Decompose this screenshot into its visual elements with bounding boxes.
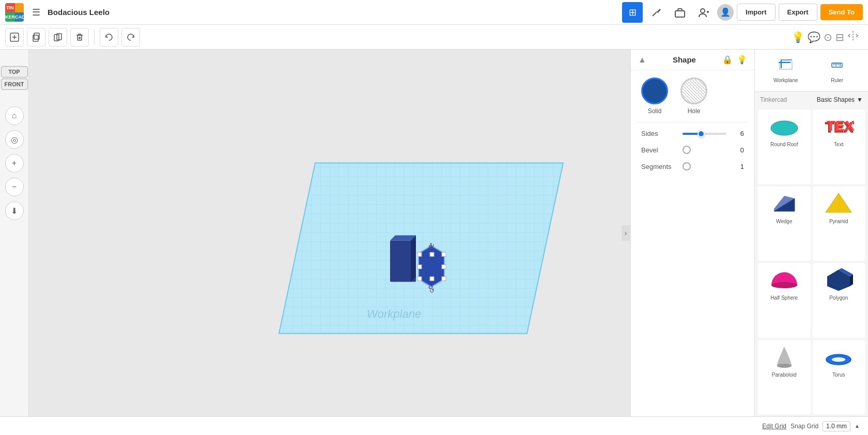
- shape-torus[interactable]: Torus: [813, 340, 865, 415]
- workplane-icon: [779, 58, 793, 75]
- svg-rect-21: [832, 63, 842, 67]
- svg-rect-12: [78, 35, 82, 40]
- handle-mr[interactable]: [442, 265, 446, 269]
- zoom-out-btn[interactable]: −: [5, 178, 24, 196]
- handle-tr[interactable]: [442, 252, 446, 256]
- segments-radio[interactable]: [683, 162, 691, 170]
- export-btn[interactable]: Export: [779, 4, 817, 21]
- user-avatar[interactable]: 👤: [717, 4, 734, 21]
- handle-tl[interactable]: [417, 252, 422, 256]
- frame-select-btn[interactable]: ◎: [5, 130, 24, 149]
- briefcase-icon: [674, 7, 686, 18]
- snap-arrow[interactable]: ▲: [855, 423, 860, 429]
- logo-ker: KER: [5, 12, 15, 22]
- sides-track[interactable]: [683, 133, 726, 135]
- svg-marker-38: [850, 274, 853, 286]
- solid-label: Solid: [648, 107, 662, 115]
- new-object-btn[interactable]: [5, 28, 24, 46]
- shape-panel: ▲ Shape 🔒 💡 Solid Hole: [630, 50, 754, 416]
- light-bulb-btn[interactable]: 💡: [792, 31, 804, 43]
- ruler-tool-btn[interactable]: Ruler: [812, 55, 863, 86]
- duplicate-icon: [53, 32, 63, 42]
- chat-btn[interactable]: 💬: [808, 31, 820, 43]
- segments-value: 1: [732, 163, 744, 170]
- shape-panel-title: Shape: [673, 55, 696, 64]
- round-roof-icon: [769, 114, 800, 139]
- workplane-tool-label: Workplane: [773, 77, 798, 83]
- projects-btn[interactable]: [670, 2, 690, 23]
- main-area: TOP FRONT ⌂ ◎ + − ⬇: [0, 50, 868, 416]
- round-roof-label: Round Roof: [770, 142, 798, 147]
- shape-lock-btn[interactable]: 🔒: [722, 55, 733, 65]
- shape-wedge[interactable]: Wedge: [758, 187, 811, 261]
- copy-btn[interactable]: [27, 28, 45, 46]
- toolbar-divider-1: [94, 30, 95, 44]
- shape-paraboloid[interactable]: Paraboloid: [758, 340, 811, 415]
- shape-text-3d[interactable]: TEXT TEXT Text: [813, 110, 865, 184]
- solid-circle: [641, 77, 668, 104]
- solid-hole-selector: Solid Hole: [631, 70, 754, 122]
- bevel-label: Bevel: [641, 146, 677, 154]
- ruler-icon: [830, 58, 844, 75]
- panel-collapse-arrow[interactable]: ›: [622, 225, 630, 241]
- category-dropdown[interactable]: Basic Shapes ▼: [817, 96, 863, 103]
- home-view-btn[interactable]: ⌂: [5, 106, 24, 125]
- paraboloid-label: Paraboloid: [772, 372, 797, 378]
- logo-tin: TIN: [5, 3, 15, 12]
- edit-grid-btn[interactable]: Edit Grid: [762, 423, 786, 430]
- view-cube[interactable]: TOP FRONT: [0, 55, 33, 101]
- view-top-label[interactable]: TOP: [1, 66, 28, 77]
- shape-polygon[interactable]: Polygon: [813, 263, 865, 338]
- handle-tm[interactable]: [430, 252, 434, 256]
- mirror-icon: [847, 30, 859, 41]
- shape-panel-header: ▲ Shape 🔒 💡: [631, 50, 754, 70]
- redo-btn[interactable]: [121, 28, 140, 46]
- zoom-in-btn[interactable]: +: [5, 154, 24, 173]
- segments-label: Segments: [641, 163, 677, 170]
- right-panel-label: Tinkercad Basic Shapes ▼: [755, 92, 868, 107]
- copy-icon: [31, 32, 41, 42]
- circle-btn[interactable]: ⊙: [824, 31, 832, 43]
- torus-icon: [823, 344, 854, 370]
- sendto-btn[interactable]: Send To: [820, 4, 863, 20]
- grid-view-btn[interactable]: ⊞: [622, 2, 643, 23]
- download-btn[interactable]: ⬇: [5, 201, 24, 220]
- panel-collapse-btn[interactable]: ▲: [638, 55, 646, 65]
- shapes-grid: Round Roof TEXT TEXT Text Wedge: [755, 107, 868, 416]
- handle-bm[interactable]: [430, 276, 434, 281]
- half-sphere-icon: [769, 267, 800, 293]
- duplicate-btn[interactable]: [49, 28, 67, 46]
- text-3d-label: Text: [834, 142, 843, 147]
- add-user-btn[interactable]: [693, 2, 714, 23]
- view-front-label[interactable]: FRONT: [1, 79, 28, 90]
- shape-half-sphere[interactable]: Half Sphere: [758, 263, 811, 338]
- shape-light-btn[interactable]: 💡: [737, 55, 747, 65]
- handle-ml[interactable]: [417, 265, 422, 269]
- svg-point-2: [701, 9, 705, 13]
- pyramid-icon: [823, 191, 854, 216]
- bottom-bar: Edit Grid Snap Grid 1.0 mm ▲: [0, 416, 868, 435]
- snap-value[interactable]: 1.0 mm: [823, 421, 850, 431]
- pick-tool-btn[interactable]: [646, 2, 667, 23]
- svg-point-40: [777, 364, 792, 368]
- shape-pyramid[interactable]: Pyramid: [813, 187, 865, 261]
- shape-round-roof[interactable]: Round Roof: [758, 110, 811, 184]
- bevel-radio[interactable]: [683, 146, 691, 154]
- bevel-value: 0: [732, 146, 744, 154]
- handle-br[interactable]: [442, 276, 446, 281]
- grid-btn[interactable]: ⊟: [835, 31, 844, 43]
- undo-btn[interactable]: [100, 28, 118, 46]
- torus-label: Torus: [832, 372, 845, 378]
- canvas-area[interactable]: Workplane: [29, 50, 754, 416]
- solid-option[interactable]: Solid: [641, 77, 668, 115]
- project-menu-icon[interactable]: ☰: [32, 7, 40, 18]
- mirror-btn[interactable]: [847, 30, 859, 44]
- hole-option[interactable]: Hole: [680, 77, 707, 115]
- handle-bl[interactable]: [417, 276, 422, 281]
- import-btn[interactable]: Import: [737, 4, 775, 21]
- delete-btn[interactable]: [70, 28, 89, 46]
- svg-rect-18: [781, 60, 782, 68]
- project-name: Bodacious Leelo: [48, 8, 110, 17]
- workplane-tool-btn[interactable]: Workplane: [760, 55, 812, 86]
- category-label: Basic Shapes: [817, 96, 855, 103]
